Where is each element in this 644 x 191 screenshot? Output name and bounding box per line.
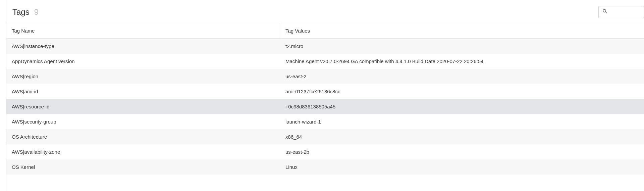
table-row[interactable]: AWS|resource-idi-0c98d836138505a45 xyxy=(6,99,644,114)
tag-name-cell: OS Architecture xyxy=(6,129,280,144)
tag-value-cell: i-0c98d836138505a45 xyxy=(280,99,644,114)
search-box[interactable] xyxy=(598,6,644,18)
tag-value-cell: Machine Agent v20.7.0-2694 GA compatible… xyxy=(280,54,644,69)
tag-value-cell: launch-wizard-1 xyxy=(280,114,644,129)
search-icon xyxy=(602,8,608,16)
tag-value-cell: t2.micro xyxy=(280,39,644,54)
tag-value-cell: us-east-2 xyxy=(280,69,644,84)
table-row[interactable]: OS Architecturex86_64 xyxy=(6,129,644,144)
tag-value-cell: Linux xyxy=(280,159,644,175)
tag-value-cell: us-east-2b xyxy=(280,144,644,159)
tag-name-cell: AWS|resource-id xyxy=(6,99,280,114)
panel-header: Tags 9 xyxy=(6,0,644,23)
tag-name-cell: AWS|security-group xyxy=(6,114,280,129)
tag-count: 9 xyxy=(34,7,39,17)
table-row[interactable]: OS KernelLinux xyxy=(6,159,644,175)
panel-title: Tags xyxy=(12,7,30,17)
table-header: Tag Name Tag Values xyxy=(6,23,644,39)
tag-name-cell: AWS|ami-id xyxy=(6,84,280,99)
table-row[interactable]: AWS|regionus-east-2 xyxy=(6,69,644,84)
tag-name-cell: AWS|instance-type xyxy=(6,39,280,54)
tag-name-cell: AppDynamics Agent version xyxy=(6,54,280,69)
table-row[interactable]: AWS|ami-idami-01237fce26136c8cc xyxy=(6,84,644,99)
tag-value-cell: ami-01237fce26136c8cc xyxy=(280,84,644,99)
tag-name-cell: AWS|availability-zone xyxy=(6,144,280,159)
header-title-group: Tags 9 xyxy=(12,7,39,17)
column-header-name[interactable]: Tag Name xyxy=(6,23,280,38)
table-row[interactable]: AWS|availability-zoneus-east-2b xyxy=(6,144,644,159)
column-header-value[interactable]: Tag Values xyxy=(280,23,644,38)
table-row[interactable]: AWS|security-grouplaunch-wizard-1 xyxy=(6,114,644,129)
table-body: AWS|instance-typet2.microAppDynamics Age… xyxy=(6,39,644,175)
table-row[interactable]: AWS|instance-typet2.micro xyxy=(6,39,644,54)
tag-name-cell: AWS|region xyxy=(6,69,280,84)
tags-table: Tag Name Tag Values AWS|instance-typet2.… xyxy=(6,23,644,175)
tag-value-cell: x86_64 xyxy=(280,129,644,144)
search-input[interactable] xyxy=(610,9,640,15)
table-row[interactable]: AppDynamics Agent versionMachine Agent v… xyxy=(6,54,644,69)
tag-name-cell: OS Kernel xyxy=(6,159,280,175)
tags-panel: Tags 9 Tag Name Tag Values AWS|instance-… xyxy=(6,0,644,191)
